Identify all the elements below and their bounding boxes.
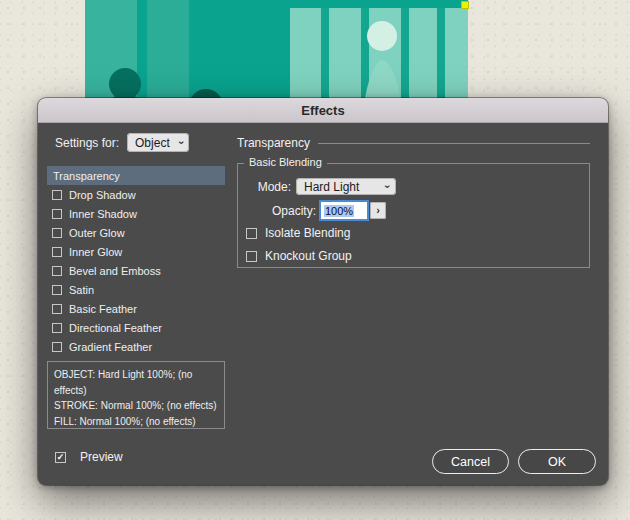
drop-shadow-checkbox[interactable]: [52, 190, 62, 200]
chevron-down-icon: ›: [383, 185, 394, 189]
basic-blending-group: Basic Blending Mode: Hard Light › Opacit…: [237, 163, 590, 268]
settings-for-value: Object: [135, 136, 170, 150]
effects-list: Transparency Drop Shadow Inner Shadow Ou…: [47, 166, 225, 356]
preview-toggle[interactable]: ✓ Preview: [50, 450, 123, 464]
opacity-slider-button[interactable]: ›: [370, 202, 386, 219]
effects-list-label: Inner Shadow: [69, 208, 137, 220]
opacity-value: 100%: [324, 205, 354, 217]
mode-row: Mode: Hard Light ›: [238, 178, 396, 195]
basic-feather-checkbox[interactable]: [52, 304, 62, 314]
effects-list-item-satin[interactable]: Satin: [47, 280, 225, 299]
group-title: Basic Blending: [244, 156, 327, 168]
effects-list-item-directional-feather[interactable]: Directional Feather: [47, 318, 225, 337]
section-title: Transparency: [237, 136, 310, 150]
effects-list-label: Transparency: [47, 170, 120, 182]
effects-list-label: Drop Shadow: [69, 189, 136, 201]
effects-list-item-bevel-and-emboss[interactable]: Bevel and Emboss: [47, 261, 225, 280]
inner-glow-checkbox[interactable]: [52, 247, 62, 257]
inner-shadow-checkbox[interactable]: [52, 209, 62, 219]
chevron-right-icon: ›: [376, 205, 380, 216]
section-divider: [318, 143, 590, 144]
settings-for-row: Settings for: Object ›: [55, 133, 189, 152]
bevel-and-emboss-checkbox[interactable]: [52, 266, 62, 276]
effects-dialog: Effects Settings for: Object › Transpare…: [38, 98, 608, 485]
effects-list-label: Inner Glow: [69, 246, 122, 258]
effects-list-item-inner-glow[interactable]: Inner Glow: [47, 242, 225, 261]
transparency-section-header: Transparency: [237, 136, 590, 150]
opacity-label: Opacity:: [238, 204, 321, 218]
isolate-blending-checkbox[interactable]: [246, 228, 257, 239]
knockout-group-toggle[interactable]: Knockout Group: [246, 249, 352, 263]
effects-list-label: Satin: [69, 284, 94, 296]
knockout-group-label: Knockout Group: [265, 249, 352, 263]
opacity-input[interactable]: 100%: [321, 202, 367, 219]
isolate-blending-label: Isolate Blending: [265, 226, 350, 240]
blend-mode-value: Hard Light: [304, 180, 359, 194]
preview-checkbox[interactable]: ✓: [55, 452, 66, 463]
effects-list-item-basic-feather[interactable]: Basic Feather: [47, 299, 225, 318]
settings-for-label: Settings for:: [55, 136, 119, 150]
outer-glow-checkbox[interactable]: [52, 228, 62, 238]
effects-list-item-inner-shadow[interactable]: Inner Shadow: [47, 204, 225, 223]
settings-for-select[interactable]: Object ›: [127, 133, 189, 152]
effects-summary-box: OBJECT: Hard Light 100%; (no effects) ST…: [47, 361, 225, 429]
opacity-row: Opacity: 100% ›: [238, 202, 386, 219]
effects-list-label: Gradient Feather: [69, 341, 152, 353]
pasteboard: { "icons": { "chevron": "›", "check": "✓…: [0, 0, 630, 520]
cancel-button[interactable]: Cancel: [432, 449, 509, 474]
blend-mode-select[interactable]: Hard Light ›: [296, 178, 396, 195]
knockout-group-checkbox[interactable]: [246, 251, 257, 262]
check-icon: ✓: [57, 452, 65, 462]
effects-list-label: Basic Feather: [69, 303, 137, 315]
summary-line-object: OBJECT: Hard Light 100%; (no effects): [54, 367, 218, 398]
satin-checkbox[interactable]: [52, 285, 62, 295]
effects-list-item-drop-shadow[interactable]: Drop Shadow: [47, 185, 225, 204]
summary-line-stroke: STROKE: Normal 100%; (no effects): [54, 398, 218, 414]
isolate-blending-toggle[interactable]: Isolate Blending: [246, 226, 350, 240]
summary-line-fill: FILL: Normal 100%; (no effects): [54, 414, 218, 430]
selection-handle[interactable]: [461, 1, 469, 9]
effects-list-item-outer-glow[interactable]: Outer Glow: [47, 223, 225, 242]
preview-label: Preview: [80, 450, 123, 464]
effects-list-label: Bevel and Emboss: [69, 265, 161, 277]
effects-list-item-gradient-feather[interactable]: Gradient Feather: [47, 337, 225, 356]
effects-list-label: Outer Glow: [69, 227, 125, 239]
effects-list-label: Directional Feather: [69, 322, 162, 334]
gradient-feather-checkbox[interactable]: [52, 342, 62, 352]
directional-feather-checkbox[interactable]: [52, 323, 62, 333]
ok-button[interactable]: OK: [518, 449, 596, 474]
dialog-title: Effects: [38, 98, 608, 123]
chevron-down-icon: ›: [176, 141, 187, 145]
mode-label: Mode:: [238, 180, 296, 194]
effects-list-item-transparency[interactable]: Transparency: [47, 166, 225, 185]
